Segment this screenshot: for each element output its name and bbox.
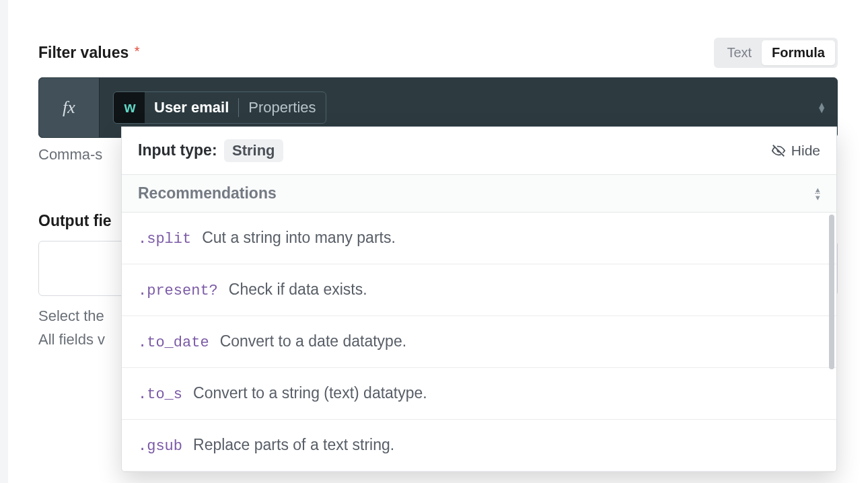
eye-off-icon [771, 143, 786, 158]
field-label-text: Filter values [38, 44, 129, 61]
formula-suggestion-dropdown: Input type: String Hide Recommendations … [121, 126, 837, 472]
method-name: .to_date [138, 334, 209, 351]
recommendations-title: Recommendations [138, 184, 277, 202]
collapse-icon[interactable]: ▴┄▾ [815, 188, 820, 200]
data-pill[interactable]: w User email Properties [113, 91, 326, 124]
method-name: .split [138, 231, 191, 248]
toggle-text[interactable]: Text [717, 40, 762, 65]
vertical-resize-icon[interactable]: ▲▼ [817, 103, 826, 112]
pill-source-icon: w [114, 91, 145, 124]
input-type-badge: String [224, 139, 283, 162]
pill-main-label: User email [145, 99, 238, 116]
list-item[interactable]: .present? Check if data exists. [122, 264, 836, 316]
dropdown-header: Input type: String Hide [122, 127, 836, 175]
workato-icon: w [124, 99, 134, 116]
recommendations-list[interactable]: .split Cut a string into many parts. .pr… [122, 213, 836, 472]
fx-icon: fx [39, 78, 100, 137]
method-name: .gsub [138, 438, 182, 455]
mode-toggle: Text Formula [714, 38, 838, 68]
recommendations-header: Recommendations ▴┄▾ [122, 175, 836, 213]
method-desc: Replace parts of a text string. [193, 436, 394, 454]
filter-values-label: Filter values * [38, 44, 139, 62]
list-item[interactable]: .to_date Convert to a date datatype. [122, 316, 836, 368]
method-name: .present? [138, 283, 218, 299]
list-item[interactable]: .gsub Replace parts of a text string. [122, 420, 836, 472]
list-item[interactable]: .split Cut a string into many parts. [122, 213, 836, 264]
required-star-icon: * [135, 44, 140, 59]
filter-values-label-row: Filter values * Text Formula [38, 38, 838, 68]
method-desc: Convert to a date datatype. [220, 332, 406, 350]
hide-button[interactable]: Hide [771, 143, 820, 159]
input-type-row: Input type: String [138, 139, 283, 162]
hide-label: Hide [791, 143, 820, 159]
scrollbar-thumb[interactable] [829, 215, 834, 369]
input-type-label: Input type: [138, 141, 217, 159]
list-item[interactable]: .to_s Convert to a string (text) datatyp… [122, 368, 836, 420]
method-desc: Check if data exists. [229, 281, 367, 299]
method-name: .to_s [138, 386, 182, 403]
method-desc: Cut a string into many parts. [202, 229, 396, 247]
toggle-formula[interactable]: Formula [762, 40, 835, 65]
pill-sub-label: Properties [239, 99, 325, 116]
method-desc: Convert to a string (text) datatype. [193, 384, 427, 402]
